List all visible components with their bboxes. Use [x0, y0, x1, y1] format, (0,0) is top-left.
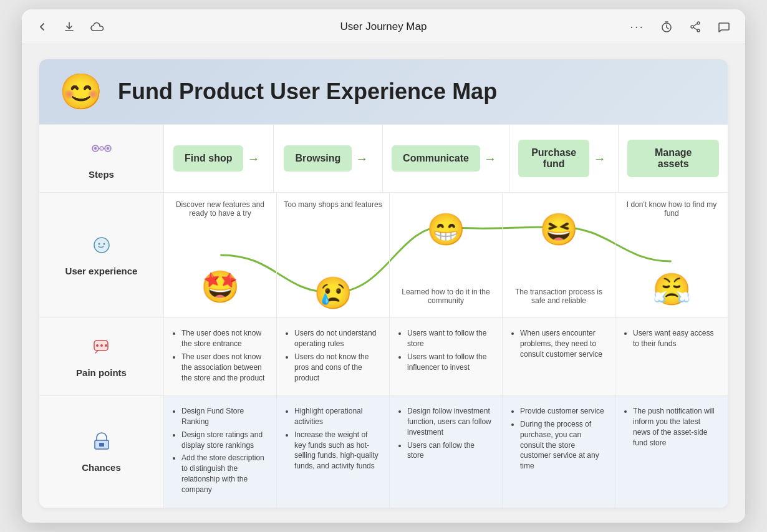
pain-list-2: Users do not understand operating rules …	[286, 328, 380, 383]
titlebar: User Journey Map ···	[22, 9, 745, 44]
chances-item: Design Fund Store Ranking	[181, 406, 268, 427]
chances-label: Chances	[39, 396, 164, 507]
step-arrow-4: →	[593, 152, 605, 166]
ux-cell-5: I don't know how to find my fund 😤	[615, 193, 728, 317]
chances-list-5: The push notification will inform you th…	[624, 406, 719, 448]
share-icon	[689, 21, 702, 33]
chances-item: Provide customer service	[520, 406, 606, 417]
ux-emoji-3: 😁	[427, 211, 465, 248]
pain-list-1: The user does not know the store entranc…	[173, 328, 268, 383]
timer-icon	[660, 21, 673, 33]
journey-map-card: 😊 Fund Product User Experience Map	[39, 59, 728, 507]
pain-cells: The user does not know the store entranc…	[164, 318, 728, 395]
pain-item: The user does not know the association b…	[181, 352, 268, 383]
chances-row: Chances Design Fund Store Ranking Design…	[39, 395, 728, 507]
pain-item: Users want to follow the influencer to i…	[407, 352, 493, 373]
ux-icon	[90, 234, 113, 261]
chances-list-2: Highlight operational activities Increas…	[286, 406, 380, 472]
pain-item: Users want to follow the store	[407, 328, 493, 349]
step-arrow-1: →	[247, 152, 259, 166]
pain-row: Pain points The user does not know the s…	[39, 317, 728, 395]
map-title: Fund Product User Experience Map	[118, 79, 497, 105]
ux-cell-4: 😆 The transaction process is safe and re…	[503, 193, 615, 317]
timer-button[interactable]	[658, 18, 675, 36]
cloud-icon	[90, 22, 104, 32]
cloud-button[interactable]	[88, 19, 107, 34]
header-emoji: 😊	[59, 74, 103, 109]
chances-item: Increase the weight of key funds such as…	[294, 430, 380, 472]
pain-list-5: Users want easy access to their funds	[624, 328, 719, 349]
pain-icon	[90, 336, 113, 362]
step-box-2: Browsing	[284, 145, 352, 172]
chances-item: The push notification will inform you th…	[633, 406, 719, 448]
pain-label-text: Pain points	[76, 367, 127, 378]
chat-button[interactable]	[715, 18, 733, 36]
app-window: User Journey Map ···	[22, 9, 745, 522]
chances-list-1: Design Fund Store Ranking Design store r…	[173, 406, 268, 495]
step-cell-5: Manage assets	[619, 125, 728, 192]
pain-item: Users do not understand operating rules	[294, 328, 380, 349]
ux-cells: Discover new features and ready to have …	[164, 193, 728, 317]
map-header: 😊 Fund Product User Experience Map	[39, 59, 728, 124]
ux-cell-3: 😁 Learned how to do it in the community	[390, 193, 503, 317]
chances-item: Add the store description to distinguish…	[181, 453, 268, 495]
ux-emoji-5: 😤	[652, 271, 691, 307]
steps-label-text: Steps	[89, 169, 114, 180]
pain-label: Pain points	[39, 318, 164, 395]
titlebar-right: ···	[627, 17, 733, 36]
step-arrow-2: →	[355, 152, 368, 166]
ux-text-2: Too many shops and features	[282, 200, 384, 209]
chances-list-4: Provide customer service During the proc…	[511, 406, 606, 472]
ux-emoji-1: 🤩	[201, 269, 239, 305]
back-button[interactable]	[34, 19, 51, 35]
ux-emoji-2: 😢	[314, 275, 352, 311]
content-area: 😊 Fund Product User Experience Map	[22, 44, 745, 522]
pain-item: Users do not know the pros and cons of t…	[294, 352, 380, 383]
pain-cell-3: Users want to follow the store Users wan…	[390, 318, 503, 395]
chat-icon	[718, 21, 730, 33]
step-box-5: Manage assets	[627, 140, 719, 177]
svg-point-8	[100, 147, 104, 150]
chances-cells: Design Fund Store Ranking Design store r…	[164, 396, 728, 507]
steps-row: Steps Find shop → Browsing →	[39, 124, 728, 192]
pain-cell-4: When users encounter problems, they need…	[503, 318, 615, 395]
pain-list-3: Users want to follow the store Users wan…	[398, 328, 493, 372]
pain-item: When users encounter problems, they need…	[520, 328, 606, 359]
step-box-1: Find shop	[173, 145, 243, 172]
svg-point-9	[98, 243, 100, 245]
step-cell-3: Communicate →	[383, 125, 509, 192]
ux-label: User experience	[39, 193, 164, 317]
titlebar-title: User Journey Map	[340, 21, 427, 33]
chances-item: Design follow investment function, users…	[407, 406, 493, 437]
svg-point-10	[103, 243, 105, 245]
svg-point-12	[96, 344, 99, 347]
step-cell-1: Find shop →	[164, 125, 274, 192]
chances-icon	[90, 430, 113, 457]
chances-item: During the process of purchase, you can …	[520, 419, 606, 472]
ux-emoji-4: 😆	[539, 211, 578, 248]
chances-cell-3: Design follow investment function, users…	[390, 396, 503, 507]
ux-cell-1: Discover new features and ready to have …	[164, 193, 277, 317]
download-button[interactable]	[60, 18, 78, 36]
back-icon	[37, 21, 48, 32]
pain-item: Users want easy access to their funds	[633, 328, 719, 349]
ux-cell-2: Too many shops and features 😢	[277, 193, 390, 317]
step-box-3: Communicate	[392, 145, 480, 172]
step-cell-4: Purchase fund →	[509, 125, 619, 192]
more-icon: ···	[630, 19, 644, 34]
ux-row: User experience Discover new features an…	[39, 192, 728, 317]
chances-cell-5: The push notification will inform you th…	[615, 396, 728, 507]
share-button[interactable]	[687, 18, 704, 36]
step-cell-2: Browsing →	[274, 125, 384, 192]
chances-cell-1: Design Fund Store Ranking Design store r…	[164, 396, 277, 507]
svg-point-13	[100, 344, 103, 347]
svg-point-14	[105, 344, 107, 347]
steps-cells: Find shop → Browsing → Communicate	[164, 125, 728, 192]
pain-cell-2: Users do not understand operating rules …	[277, 318, 390, 395]
chances-item: Users can follow the store	[407, 440, 493, 462]
ux-text-3: Learned how to do it in the community	[395, 288, 497, 305]
more-button[interactable]: ···	[627, 17, 647, 36]
ux-label-text: User experience	[65, 266, 138, 276]
pain-cell-5: Users want easy access to their funds	[615, 318, 728, 395]
pain-item: The user does not know the store entranc…	[181, 328, 268, 349]
